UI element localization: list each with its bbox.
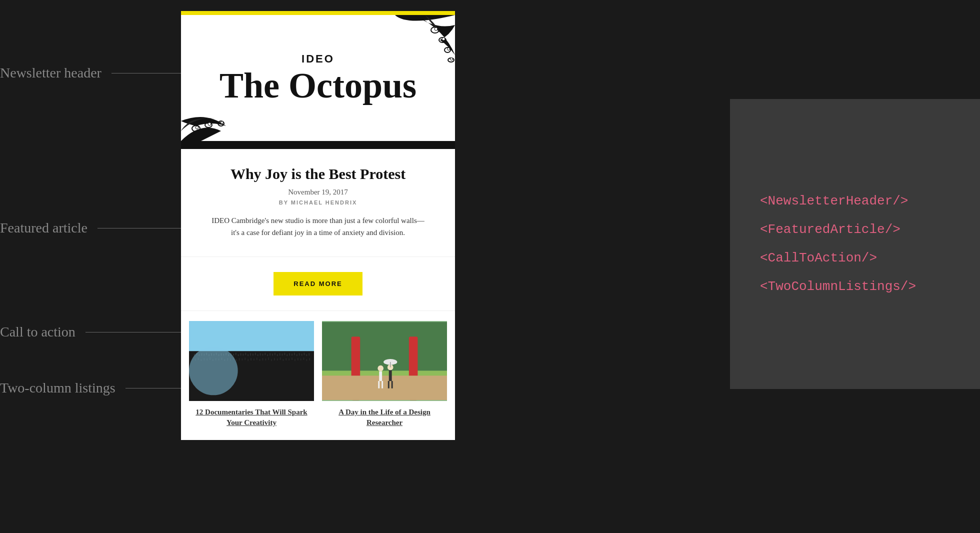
article-author: BY MICHAEL HENDRIX <box>201 200 435 206</box>
svg-rect-98 <box>294 359 296 361</box>
svg-rect-34 <box>238 354 239 356</box>
svg-rect-37 <box>245 352 246 355</box>
article-date: November 19, 2017 <box>201 188 435 196</box>
featured-article-section: Why Joy is the Best Protest November 19,… <box>181 149 455 257</box>
svg-rect-50 <box>277 354 278 356</box>
svg-rect-52 <box>282 354 283 356</box>
svg-point-111 <box>378 366 384 372</box>
annotations-container: Newsletter header Featured article Call … <box>0 0 185 533</box>
svg-rect-14 <box>189 322 314 352</box>
svg-rect-62 <box>306 354 307 356</box>
svg-rect-90 <box>271 359 272 361</box>
listing-link-1[interactable]: 12 Documentaries That Will Spark Your Cr… <box>189 407 314 428</box>
annotation-newsletter-header: Newsletter header <box>0 65 181 81</box>
svg-rect-39 <box>250 353 251 356</box>
code-line-1: <NewsletterHeader/> <box>760 190 908 213</box>
svg-rect-103 <box>309 358 310 360</box>
code-line-3: <CallToAction/> <box>760 246 877 270</box>
svg-point-4 <box>434 28 438 30</box>
svg-rect-38 <box>248 354 248 356</box>
svg-rect-85 <box>256 358 258 360</box>
annotation-line <box>112 73 181 74</box>
svg-rect-55 <box>289 353 290 356</box>
svg-rect-112 <box>379 372 382 382</box>
svg-rect-79 <box>239 358 240 360</box>
svg-point-12 <box>208 122 211 126</box>
svg-rect-80 <box>242 358 242 360</box>
black-divider <box>181 141 455 149</box>
svg-point-5 <box>442 38 445 40</box>
svg-rect-86 <box>260 359 260 361</box>
listing-item-1: 12 Documentaries That Will Spark Your Cr… <box>189 321 314 428</box>
newsletter-header: IDEO The Octopus <box>181 11 455 141</box>
svg-rect-102 <box>306 359 307 361</box>
svg-rect-88 <box>265 358 266 360</box>
garden-svg <box>322 321 447 401</box>
svg-rect-48 <box>272 354 273 356</box>
svg-rect-58 <box>296 354 298 356</box>
code-panel: <NewsletterHeader/> <FeaturedArticle/> <… <box>730 99 980 389</box>
annotation-line <box>98 228 181 228</box>
read-more-button[interactable]: READ MORE <box>274 272 362 296</box>
annotation-call-to-action: Call to action <box>0 324 181 340</box>
svg-rect-59 <box>299 353 300 356</box>
svg-rect-83 <box>250 358 252 360</box>
svg-rect-100 <box>300 358 302 360</box>
svg-rect-92 <box>277 358 278 360</box>
newsletter-preview: IDEO The Octopus Why Joy is the Best Pro… <box>181 11 455 440</box>
listing-link-2[interactable]: A Day in the Life of a Design Researcher <box>322 407 447 428</box>
svg-rect-47 <box>270 353 270 356</box>
svg-rect-60 <box>302 354 302 356</box>
listing-image-1 <box>189 321 314 401</box>
svg-rect-89 <box>268 358 269 360</box>
svg-point-11 <box>196 126 198 129</box>
svg-rect-41 <box>255 352 256 355</box>
listing-item-2: A Day in the Life of a Design Researcher <box>322 321 447 428</box>
svg-rect-42 <box>258 354 258 356</box>
svg-rect-56 <box>292 354 292 356</box>
crowd-image <box>189 321 314 401</box>
svg-rect-33 <box>236 352 236 355</box>
svg-rect-96 <box>288 358 290 360</box>
svg-rect-114 <box>382 381 383 388</box>
svg-rect-57 <box>294 352 295 355</box>
code-line-2: <FeaturedArticle/> <box>760 218 900 242</box>
svg-rect-81 <box>244 358 246 360</box>
svg-rect-91 <box>274 358 275 360</box>
svg-rect-113 <box>378 381 380 388</box>
svg-rect-118 <box>392 381 393 388</box>
newsletter-title: The Octopus <box>220 68 416 104</box>
annotation-line <box>126 388 181 388</box>
svg-rect-101 <box>304 358 304 360</box>
article-excerpt: IDEO Cambridge's new studio is more than… <box>208 214 428 238</box>
svg-rect-78 <box>236 359 237 361</box>
two-column-listings-section: 12 Documentaries That Will Spark Your Cr… <box>181 311 455 440</box>
svg-rect-87 <box>262 358 263 360</box>
svg-rect-49 <box>274 352 276 355</box>
svg-rect-116 <box>389 370 392 381</box>
svg-rect-36 <box>242 354 244 356</box>
crowd-svg <box>189 321 314 401</box>
svg-rect-84 <box>254 358 254 360</box>
svg-point-6 <box>448 48 450 50</box>
svg-rect-82 <box>248 359 248 361</box>
svg-rect-93 <box>280 358 281 360</box>
annotation-line <box>86 332 181 332</box>
svg-rect-46 <box>267 354 268 356</box>
svg-rect-110 <box>322 376 447 400</box>
newsletter-brand: IDEO <box>302 52 334 66</box>
svg-rect-32 <box>233 354 234 356</box>
svg-rect-94 <box>283 359 284 361</box>
call-to-action-section: READ MORE <box>181 257 455 311</box>
svg-point-7 <box>450 58 453 60</box>
svg-rect-63 <box>308 353 310 356</box>
svg-rect-45 <box>264 352 266 355</box>
svg-point-13 <box>221 122 224 124</box>
svg-rect-95 <box>286 358 286 360</box>
svg-rect-97 <box>292 358 292 360</box>
listing-image-2 <box>322 321 447 401</box>
svg-rect-54 <box>286 354 288 356</box>
annotation-two-column-listings: Two-column listings <box>0 380 181 396</box>
svg-point-104 <box>189 346 238 396</box>
svg-rect-99 <box>298 358 298 360</box>
